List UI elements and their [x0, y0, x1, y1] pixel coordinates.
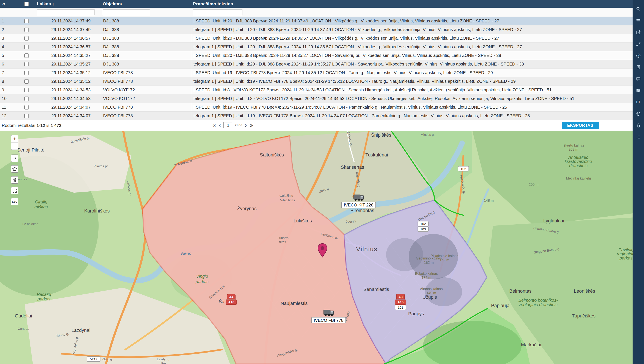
table-row[interactable]: 629.11.2024 14:35:27DJL 388telegram 1 | …	[0, 60, 632, 68]
filters-icon[interactable]	[635, 87, 642, 94]
road-shield: 102	[418, 221, 429, 226]
table-row[interactable]: 429.11.2024 14:36:57DJL 388telegram 1 | …	[0, 43, 632, 51]
map-label: parkas	[195, 279, 209, 284]
globe-icon[interactable]	[635, 110, 642, 118]
row-checkbox-cell	[21, 36, 35, 40]
document-icon[interactable]	[635, 64, 642, 71]
fullscreen-button[interactable]	[11, 187, 18, 194]
table-row[interactable]: 1229.11.2024 14:34:07IVECO FBI 778telegr…	[0, 112, 632, 120]
language-label[interactable]: LT	[635, 98, 642, 106]
map-svg[interactable]: VilniusSenoji PilaitėKaroliniškėsŽvėryna…	[0, 131, 632, 364]
row-checkbox-cell	[21, 88, 35, 92]
row-checkbox[interactable]	[24, 62, 29, 66]
row-checkbox[interactable]	[24, 45, 29, 49]
row-message: | SPEED| Unit: id:20 - DJL 388 Время: 20…	[191, 17, 632, 25]
row-checkbox[interactable]	[24, 19, 29, 23]
row-object: IVECO FBI 778	[101, 68, 191, 77]
list-icon[interactable]	[635, 134, 642, 141]
row-checkbox[interactable]	[24, 36, 29, 40]
row-time: 29.11.2024 14:35:27	[35, 60, 101, 68]
filter-laikas-input[interactable]	[37, 9, 95, 15]
map-label: 152 m	[421, 276, 431, 280]
road-shield: A16	[226, 300, 237, 304]
filter-tekstas-input[interactable]	[193, 9, 242, 15]
svg-text:5219: 5219	[90, 357, 97, 361]
row-message: telegram 1 | SPEED | Unit: id:20 - DJL 3…	[191, 60, 632, 68]
column-header-objektas[interactable]: Objektas	[101, 1, 191, 6]
map-label: 148 m	[484, 198, 494, 202]
row-checkbox[interactable]	[24, 71, 29, 75]
collapse-panel-button[interactable]: «	[0, 1, 21, 7]
sort-desc-icon[interactable]: ↓	[52, 2, 54, 6]
vehicle-marker-label: IVECO FBI 778	[312, 318, 346, 323]
row-object: DJL 388	[101, 17, 191, 25]
table-row[interactable]: 129.11.2024 14:37:49DJL 388| SPEED| Unit…	[0, 17, 632, 26]
message-icon[interactable]	[635, 75, 642, 82]
row-checkbox-cell	[21, 62, 35, 66]
table-row[interactable]: 929.11.2024 14:34:53VOLVO KOT172| SPEED|…	[0, 86, 632, 94]
svg-text:A3: A3	[398, 295, 403, 299]
drop-icon[interactable]	[635, 122, 642, 129]
measure-route-button[interactable]	[11, 154, 18, 162]
row-checkbox[interactable]	[24, 114, 29, 118]
filter-objektas-input[interactable]	[103, 9, 150, 15]
map-label: Naujamiestis	[280, 301, 307, 306]
svg-text:A4: A4	[229, 295, 234, 299]
help-icon[interactable]: ?	[635, 52, 642, 59]
select-all-checkbox[interactable]	[24, 2, 29, 6]
export-button[interactable]: EKSPORTAS	[562, 122, 599, 129]
first-page-button[interactable]: «	[212, 122, 216, 129]
row-number: 3	[0, 36, 21, 41]
route-icon[interactable]	[635, 40, 642, 48]
vehicle-marker-label: IVECO KIT 228	[342, 202, 376, 208]
row-object: VOLVO KOT172	[101, 94, 191, 103]
svg-text:A15: A15	[398, 300, 404, 304]
row-message: | SPEED| Unit: id:19 - IVECO FBI 778 Вре…	[191, 68, 632, 77]
table-row[interactable]: 729.11.2024 14:35:12IVECO FBI 778| SPEED…	[0, 68, 632, 77]
row-object: DJL 388	[101, 34, 191, 42]
prev-page-button[interactable]: ‹	[218, 122, 221, 129]
table-row[interactable]: 829.11.2024 14:35:12IVECO FBI 778telegra…	[0, 77, 632, 86]
last-page-button[interactable]: »	[249, 122, 254, 129]
row-checkbox[interactable]	[24, 105, 29, 110]
row-time: 29.11.2024 14:37:49	[35, 17, 101, 25]
row-checkbox[interactable]	[24, 79, 29, 84]
map-label: Žvėrynas	[237, 206, 257, 211]
road-shield: 101	[395, 305, 406, 310]
page-total-label: /123	[235, 123, 242, 127]
zoom-in-button[interactable]: +	[11, 135, 18, 142]
map-label: Neris	[181, 251, 191, 256]
page-number-input[interactable]	[223, 122, 233, 128]
row-checkbox[interactable]	[24, 54, 29, 58]
search-icon[interactable]	[635, 6, 642, 13]
table-row[interactable]: 529.11.2024 14:35:27DJL 388| SPEED| Unit…	[0, 51, 632, 60]
draw-polygon-button[interactable]	[11, 165, 18, 173]
row-checkbox[interactable]	[24, 96, 29, 101]
menu-icon[interactable]	[635, 17, 642, 24]
map-label: Vilko tiltas	[280, 198, 295, 202]
map-label: Iškartų kalnas	[563, 143, 584, 147]
table-row[interactable]: 229.11.2024 14:37:49DJL 388telegram 1 | …	[0, 26, 632, 34]
map-canvas[interactable]: VilniusSenoji PilaitėKaroliniškėsŽvėryna…	[0, 131, 632, 364]
map-label: Užupis	[423, 294, 437, 300]
row-object: IVECO FBI 778	[101, 77, 191, 86]
map-label: Belmonto botanikos-	[518, 298, 558, 302]
row-checkbox[interactable]	[24, 88, 29, 92]
column-header-pranesimo-tekstas[interactable]: Pranešimo tekstas	[191, 1, 632, 6]
next-page-button[interactable]: ›	[244, 122, 247, 129]
row-checkbox-cell	[21, 114, 35, 118]
row-checkbox[interactable]	[24, 28, 29, 32]
column-header-laikas[interactable]: Laikas↓	[35, 1, 101, 6]
row-number: 5	[0, 53, 21, 58]
print-map-button[interactable]	[11, 176, 18, 184]
edit-icon[interactable]	[635, 29, 642, 36]
table-row[interactable]: 1129.11.2024 14:34:07IVECO FBI 778| SPEE…	[0, 103, 632, 112]
lbc-layer-button[interactable]: LBC	[11, 198, 18, 206]
row-object: VOLVO KOT172	[101, 86, 191, 94]
table-footer: Rodomi rezultatai 1-12 iš 1 472. « ‹ /12…	[0, 120, 632, 131]
table-row[interactable]: 329.11.2024 14:36:57DJL 388| SPEED| Unit…	[0, 34, 632, 43]
zoom-out-button[interactable]: −	[11, 142, 18, 150]
app-window: « Laikas↓ Objektas Pranešimo tekstas 129…	[0, 0, 644, 364]
row-time: 29.11.2024 14:36:57	[35, 34, 101, 42]
table-row[interactable]: 1029.11.2024 14:34:53VOLVO KOT172telegra…	[0, 94, 632, 103]
